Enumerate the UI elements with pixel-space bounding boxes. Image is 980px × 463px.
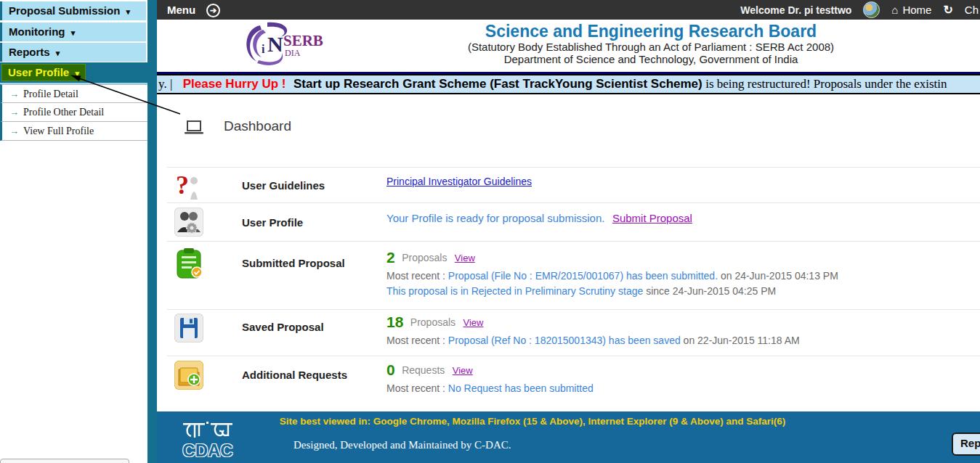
change-password-link-truncated[interactable]: Ch bbox=[965, 4, 979, 16]
submenu-item-label: View Full Profile bbox=[23, 126, 94, 136]
saved-proposal-icon bbox=[174, 314, 203, 343]
most-recent-label: Most recent : bbox=[386, 382, 445, 394]
ticker-rest: is being restructured! Proposals under t… bbox=[705, 77, 947, 91]
additional-recent-link[interactable]: No Request has been submitted bbox=[448, 382, 594, 394]
submitted-recent-time: on 24-Jun-2015 04:13 PM bbox=[721, 270, 838, 282]
sidebar-item-monitoring[interactable]: Monitoring ▾ bbox=[0, 22, 146, 41]
logo-letter-i: i bbox=[262, 43, 265, 55]
chevron-down-icon: ▾ bbox=[71, 28, 76, 37]
welcome-text: Welcome Dr. pi testtwo bbox=[740, 4, 851, 16]
row-divider bbox=[167, 167, 980, 168]
row-label-user-profile: User Profile bbox=[242, 216, 303, 229]
footer: Site best viewed in: Google Chrome, Mozi… bbox=[157, 411, 980, 463]
refresh-icon[interactable]: ↻ bbox=[943, 3, 952, 17]
sidebar-item-label: Proposal Submission bbox=[9, 4, 120, 17]
submit-proposal-link[interactable]: Submit Proposal bbox=[612, 212, 692, 224]
chevron-down-icon: ▾ bbox=[75, 69, 79, 78]
additional-count: 0 bbox=[386, 361, 395, 378]
saved-count-line: 18 Proposals View bbox=[386, 314, 977, 331]
sidebar-item-label: User Profile bbox=[8, 66, 69, 78]
site-subtitle-2: Department of Science and Technology, Go… bbox=[448, 53, 854, 65]
home-button[interactable]: ⌂ Home bbox=[891, 4, 931, 16]
home-icon: ⌂ bbox=[891, 4, 898, 16]
ticker-scheme: Start up Research Grant Scheme (Fast Tra… bbox=[293, 77, 702, 91]
logo-dia-text: DIA bbox=[285, 48, 301, 58]
additional-unit: Requests bbox=[402, 364, 445, 376]
submitted-recent-link[interactable]: Proposal (File No : EMR/2015/001067) has… bbox=[448, 270, 718, 282]
arrow-right-icon: → bbox=[9, 89, 19, 99]
serb-india-logo: i N SERB DIA bbox=[238, 21, 333, 69]
sidebar-item-proposal-submission[interactable]: Proposal Submission ▾ bbox=[0, 1, 146, 20]
arrow-right-icon: → bbox=[9, 126, 19, 136]
main-area: Menu ➔ Welcome Dr. pi testtwo ⌂ Home ↻ C… bbox=[157, 0, 980, 463]
laptop-icon bbox=[183, 120, 205, 137]
row-label-submitted-proposal: Submitted Proposal bbox=[242, 257, 345, 269]
site-subtitle-1: (Statutory Body Established Through an A… bbox=[448, 41, 854, 53]
chevron-down-icon: ▾ bbox=[126, 7, 131, 16]
additional-view-link[interactable]: View bbox=[453, 365, 473, 376]
sidebar-item-user-profile[interactable]: User Profile ▾ bbox=[1, 64, 86, 81]
profile-status-text: Your Profile is ready for proposal submi… bbox=[386, 212, 604, 224]
home-label: Home bbox=[902, 4, 931, 16]
most-recent-label: Most recent : bbox=[386, 335, 445, 346]
row-label-additional-requests: Additional Requests bbox=[242, 369, 347, 381]
pi-guidelines-link[interactable]: Principal Investigator Guidelines bbox=[386, 176, 532, 187]
row-content-saved-proposal: 18 Proposals View Most recent : Proposal… bbox=[386, 314, 977, 346]
cdac-logo: CDAC bbox=[173, 422, 243, 458]
most-recent-label: Most recent : bbox=[386, 270, 445, 282]
submenu-item-profile-detail[interactable]: →Profile Detail bbox=[0, 84, 147, 103]
footer-credit: Designed, Developed and Maintained by C-… bbox=[293, 439, 511, 451]
sidebar-selected-row: User Profile ▾ bbox=[0, 62, 157, 83]
submitted-stage-link[interactable]: This proposal is in Rejected in Prelimin… bbox=[386, 285, 643, 297]
submenu-item-label: Profile Detail bbox=[23, 89, 78, 99]
sidebar: Proposal Submission ▾ Monitoring ▾ Repor… bbox=[0, 0, 157, 463]
additional-requests-icon bbox=[174, 361, 203, 390]
row-label-saved-proposal: Saved Proposal bbox=[242, 321, 324, 333]
top-menubar: Menu ➔ Welcome Dr. pi testtwo ⌂ Home ↻ C… bbox=[157, 0, 980, 20]
logo-letter-n: N bbox=[267, 32, 283, 56]
row-content-submitted-proposal: 2 Proposals View Most recent : Proposal … bbox=[386, 249, 977, 297]
user-avatar[interactable] bbox=[863, 1, 880, 18]
row-content-user-profile: Your Profile is ready for proposal submi… bbox=[386, 212, 977, 225]
row-divider bbox=[167, 241, 980, 242]
submenu-item-view-full-profile[interactable]: →View Full Profile bbox=[0, 122, 147, 141]
header-title-block: Science and Engineering Research Board (… bbox=[448, 22, 854, 65]
news-ticker: y. | Please Hurry Up ! Start up Research… bbox=[157, 74, 980, 94]
page-title: Dashboard bbox=[224, 118, 291, 134]
chevron-down-icon: ▾ bbox=[56, 49, 60, 57]
saved-recent-time: on 22-Jun-2015 11:18 AM bbox=[684, 335, 800, 346]
submenu-item-label: Profile Other Detail bbox=[23, 107, 104, 118]
saved-recent-line: Most recent : Proposal (Ref No : 1820150… bbox=[386, 335, 977, 346]
submitted-unit: Proposals bbox=[402, 252, 447, 263]
user-profile-submenu: →Profile Detail →Profile Other Detail →V… bbox=[0, 83, 147, 141]
ticker-prefix: y. | bbox=[158, 77, 172, 91]
submitted-recent-line: Most recent : Proposal (File No : EMR/20… bbox=[386, 270, 977, 282]
report-problem-button[interactable]: Rep bbox=[952, 433, 980, 456]
submitted-count-line: 2 Proposals View bbox=[386, 249, 977, 266]
arrow-right-icon: → bbox=[9, 107, 19, 118]
submenu-item-profile-other-detail[interactable]: →Profile Other Detail bbox=[0, 103, 147, 122]
cdac-devanagari-logo bbox=[182, 422, 234, 441]
submitted-stage-line: This proposal is in Rejected in Prelimin… bbox=[386, 285, 977, 297]
additional-count-line: 0 Requests View bbox=[386, 361, 977, 379]
menu-expand-arrow-icon[interactable]: ➔ bbox=[206, 4, 220, 17]
sidebar-item-reports[interactable]: Reports ▾ bbox=[0, 43, 146, 62]
saved-recent-link[interactable]: Proposal (Ref No : 182015001343) has bee… bbox=[448, 335, 681, 346]
logo-serb-text: SERB bbox=[283, 32, 323, 49]
sidebar-item-label: Reports bbox=[9, 46, 50, 58]
cdac-latin-text: CDAC bbox=[173, 443, 243, 458]
svg-text:?: ? bbox=[176, 171, 189, 200]
site-header: i N SERB DIA Science and Engineering Res… bbox=[157, 20, 980, 74]
row-content-additional-requests: 0 Requests View Most recent : No Request… bbox=[386, 361, 977, 394]
row-divider bbox=[167, 202, 980, 203]
submitted-stage-time: since 24-Jun-2015 04:25 PM bbox=[646, 285, 776, 297]
question-icon: ? bbox=[174, 171, 203, 201]
ticker-alert: Please Hurry Up ! bbox=[183, 77, 286, 91]
menu-button[interactable]: Menu bbox=[167, 0, 195, 20]
row-divider bbox=[167, 309, 980, 310]
sidebar-item-label: Monitoring bbox=[9, 25, 65, 38]
submitted-view-link[interactable]: View bbox=[455, 253, 475, 263]
menubar-right-cluster: Welcome Dr. pi testtwo ⌂ Home ↻ Ch bbox=[740, 0, 980, 20]
saved-view-link[interactable]: View bbox=[463, 317, 484, 328]
row-label-user-guidelines: User Guidelines bbox=[242, 179, 325, 192]
